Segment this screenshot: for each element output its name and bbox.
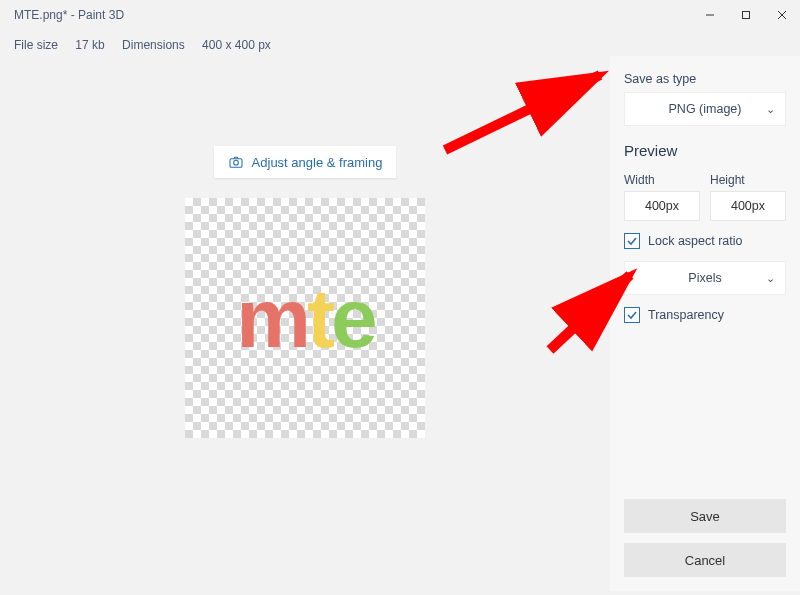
adjust-angle-label: Adjust angle & framing	[252, 155, 383, 170]
width-label: Width	[624, 173, 700, 187]
cancel-button[interactable]: Cancel	[624, 543, 786, 577]
logo-letter-e: e	[331, 271, 374, 365]
width-input[interactable]	[624, 191, 700, 221]
lock-aspect-label: Lock aspect ratio	[648, 234, 743, 248]
height-input[interactable]	[710, 191, 786, 221]
format-value: PNG (image)	[669, 102, 742, 116]
dimensions-label: Dimensions	[122, 38, 185, 52]
camera-icon	[228, 154, 244, 170]
file-size-value: 17 kb	[75, 38, 104, 52]
logo-letter-t: t	[307, 271, 331, 365]
lock-aspect-row[interactable]: Lock aspect ratio	[624, 233, 786, 249]
dimensions-value: 400 x 400 px	[202, 38, 271, 52]
transparency-checkbox[interactable]	[624, 307, 640, 323]
preview-content: mte	[236, 276, 373, 360]
preview-heading: Preview	[624, 142, 786, 159]
adjust-angle-button[interactable]: Adjust angle & framing	[214, 146, 397, 178]
lock-aspect-checkbox[interactable]	[624, 233, 640, 249]
window-controls	[692, 0, 800, 30]
maximize-icon	[741, 10, 751, 20]
titlebar: MTE.png* - Paint 3D	[0, 0, 800, 30]
maximize-button[interactable]	[728, 0, 764, 30]
file-info: File size 17 kb Dimensions 400 x 400 px	[0, 30, 800, 56]
window-title: MTE.png* - Paint 3D	[14, 8, 124, 22]
minimize-icon	[705, 10, 715, 20]
svg-point-5	[233, 160, 238, 165]
file-size-label: File size	[14, 38, 58, 52]
format-select[interactable]: PNG (image) ⌄	[624, 92, 786, 126]
minimize-button[interactable]	[692, 0, 728, 30]
units-value: Pixels	[688, 271, 721, 285]
check-icon	[626, 309, 638, 321]
transparency-label: Transparency	[648, 308, 724, 322]
canvas-preview[interactable]: mte	[185, 198, 425, 438]
close-icon	[777, 10, 787, 20]
sidebar: Save as type PNG (image) ⌄ Preview Width…	[610, 56, 800, 591]
chevron-down-icon: ⌄	[766, 272, 775, 285]
units-select[interactable]: Pixels ⌄	[624, 261, 786, 295]
height-label: Height	[710, 173, 786, 187]
check-icon	[626, 235, 638, 247]
logo-letter-m: m	[236, 271, 307, 365]
svg-rect-1	[743, 12, 750, 19]
save-button[interactable]: Save	[624, 499, 786, 533]
close-button[interactable]	[764, 0, 800, 30]
canvas-area: Adjust angle & framing mte	[0, 56, 610, 591]
save-as-type-label: Save as type	[624, 72, 786, 86]
chevron-down-icon: ⌄	[766, 103, 775, 116]
transparency-row[interactable]: Transparency	[624, 307, 786, 323]
